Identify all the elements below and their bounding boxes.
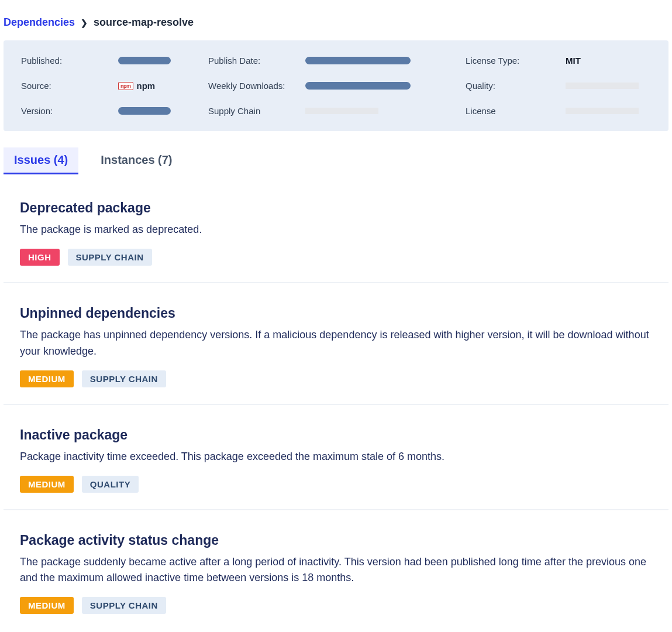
publish-date-value-skeleton (305, 57, 411, 64)
category-badge: SUPPLY CHAIN (82, 370, 166, 387)
breadcrumb-current: source-map-resolve (94, 16, 194, 29)
issue-card[interactable]: Deprecated package The package is marked… (4, 186, 668, 283)
npm-icon: npm (118, 82, 133, 90)
info-row-quality: Quality: (466, 81, 651, 91)
issue-card[interactable]: Package activity status change The packa… (4, 518, 668, 631)
severity-badge: MEDIUM (20, 370, 74, 387)
weekly-downloads-value-skeleton (305, 82, 411, 90)
info-col-3: License Type: MIT Quality: License (466, 56, 651, 116)
issue-desc: The package suddenly became active after… (20, 554, 652, 587)
issue-card[interactable]: Inactive package Package inactivity time… (4, 413, 668, 510)
source-label: Source: (21, 81, 109, 91)
supply-chain-bar (305, 108, 378, 114)
source-text: npm (137, 81, 156, 91)
chevron-right-icon: ❯ (81, 18, 88, 28)
info-row-version: Version: (21, 106, 208, 116)
breadcrumb: Dependencies ❯ source-map-resolve (0, 0, 672, 40)
license-type-label: License Type: (466, 56, 556, 66)
issue-title: Deprecated package (20, 200, 652, 216)
tab-issues[interactable]: Issues (4) (4, 147, 78, 174)
issue-badges: MEDIUM QUALITY (20, 476, 652, 493)
issue-badges: MEDIUM SUPPLY CHAIN (20, 597, 652, 614)
issue-title: Inactive package (20, 427, 652, 443)
source-value: npm npm (118, 81, 155, 91)
license-type-value: MIT (566, 56, 581, 66)
license-label: License (466, 106, 556, 116)
issue-badges: HIGH SUPPLY CHAIN (20, 249, 652, 266)
severity-badge: MEDIUM (20, 476, 74, 493)
issue-desc: The package has unpinned dependency vers… (20, 327, 652, 360)
published-label: Published: (21, 56, 109, 66)
issue-title: Package activity status change (20, 533, 652, 548)
info-col-1: Published: Source: npm npm Version: (21, 56, 208, 116)
issue-title: Unpinned dependencies (20, 305, 652, 321)
issue-badges: MEDIUM SUPPLY CHAIN (20, 370, 652, 387)
info-row-supply-chain: Supply Chain (208, 106, 466, 116)
published-value-skeleton (118, 57, 171, 64)
issues-list: Deprecated package The package is marked… (0, 186, 672, 632)
tabs: Issues (4) Instances (7) (0, 147, 672, 174)
quality-label: Quality: (466, 81, 556, 91)
info-row-license-type: License Type: MIT (466, 56, 651, 66)
supply-chain-label: Supply Chain (208, 106, 296, 116)
info-row-license: License (466, 106, 651, 116)
info-row-weekly-downloads: Weekly Downloads: (208, 81, 466, 91)
issue-card[interactable]: Unpinned dependencies The package has un… (4, 291, 668, 405)
quality-bar (566, 83, 639, 89)
version-value-skeleton (118, 107, 171, 115)
issue-desc: Package inactivity time exceeded. This p… (20, 449, 652, 465)
severity-badge: HIGH (20, 249, 60, 266)
category-badge: QUALITY (82, 476, 139, 493)
version-label: Version: (21, 106, 109, 116)
tab-instances[interactable]: Instances (7) (90, 147, 182, 174)
weekly-downloads-label: Weekly Downloads: (208, 81, 296, 91)
breadcrumb-root-link[interactable]: Dependencies (4, 16, 75, 29)
severity-badge: MEDIUM (20, 597, 74, 614)
info-row-publish-date: Publish Date: (208, 56, 466, 66)
info-col-2: Publish Date: Weekly Downloads: Supply C… (208, 56, 466, 116)
info-panel: Published: Source: npm npm Version: Publ… (4, 40, 668, 131)
info-row-published: Published: (21, 56, 208, 66)
category-badge: SUPPLY CHAIN (82, 597, 166, 614)
license-bar (566, 108, 639, 114)
publish-date-label: Publish Date: (208, 56, 296, 66)
issue-desc: The package is marked as deprecated. (20, 222, 652, 238)
category-badge: SUPPLY CHAIN (68, 249, 152, 266)
info-row-source: Source: npm npm (21, 81, 208, 91)
